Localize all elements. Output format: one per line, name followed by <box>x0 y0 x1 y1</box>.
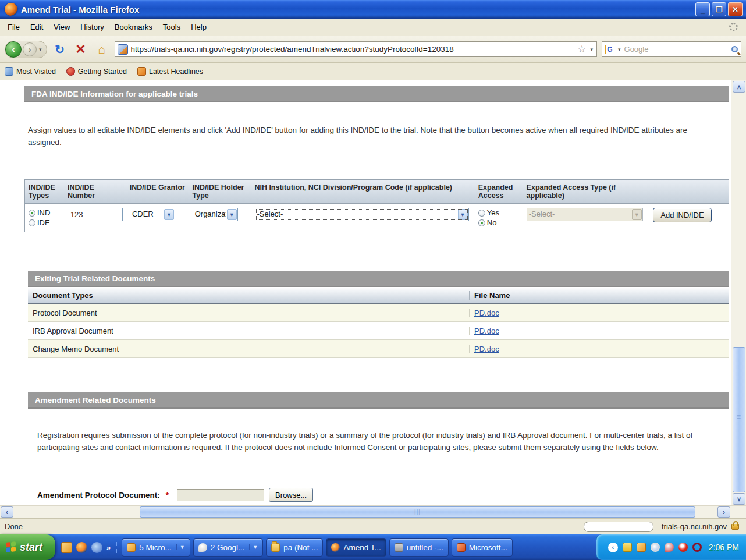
back-button[interactable]: ‹ <box>5 41 22 58</box>
minimize-button[interactable]: _ <box>695 2 710 16</box>
radio-no-icon[interactable] <box>478 219 485 226</box>
tray-reminder-icon[interactable] <box>637 543 646 552</box>
menu-edit[interactable]: Edit <box>25 20 48 34</box>
grantor-select[interactable]: CDER ▼ <box>130 208 175 221</box>
horizontal-scroll-thumb[interactable]: ||| <box>140 506 695 518</box>
tray-collapse-icon[interactable]: ‹ <box>608 543 618 552</box>
chevron-down-icon[interactable]: ▼ <box>249 544 258 550</box>
restore-button[interactable]: ❐ <box>712 2 726 16</box>
chevron-down-icon: ▼ <box>632 209 642 220</box>
col-header-holder-type: IND/IDE Holder Type <box>189 180 251 203</box>
vertical-scrollbar[interactable]: ∧ ∨ <box>731 80 746 505</box>
search-input[interactable] <box>624 45 729 54</box>
bookmark-most-visited[interactable]: Most Visited <box>5 67 56 76</box>
stop-button[interactable]: ✕ <box>73 42 89 57</box>
col-header-expanded-access: Expanded Access <box>475 180 523 203</box>
forward-button[interactable]: › <box>23 42 37 56</box>
url-bar[interactable]: ☆ ▾ <box>115 41 597 57</box>
url-input[interactable] <box>131 45 575 54</box>
url-dropdown-icon[interactable]: ▾ <box>589 47 594 52</box>
taskbar-button-untitled[interactable]: untitled -... <box>389 538 449 557</box>
document-type-cell: IRB Approval Document <box>28 327 469 335</box>
chevron-down-icon[interactable]: ▼ <box>458 209 468 220</box>
menu-file[interactable]: File <box>2 20 25 34</box>
taskbar: start » 5 Micro... ▼ 2 Googl... ▼ pa (No… <box>0 534 746 560</box>
window-title: Amend Trial - Mozilla Firefox <box>21 5 695 15</box>
reload-button[interactable]: ↻ <box>52 42 68 56</box>
radio-ide[interactable]: IDE <box>29 218 61 228</box>
expanded-access-type-select: -Select- ▼ <box>527 208 643 221</box>
chevron-down-icon[interactable]: ▼ <box>164 209 174 220</box>
section-header-exiting-documents: Exiting Trial Related Documents <box>28 271 729 287</box>
search-engine-dropdown-icon[interactable]: ▾ <box>617 47 622 52</box>
taskbar-button-microsoft-group[interactable]: 5 Micro... ▼ <box>122 538 190 557</box>
scroll-down-icon[interactable]: ∨ <box>733 493 745 505</box>
amendment-instructions: Registration requires submission of the … <box>37 430 715 454</box>
bookmark-star-icon[interactable]: ☆ <box>577 43 586 55</box>
taskbar-button-microsoft[interactable]: Microsoft... <box>452 538 513 557</box>
holder-type-select[interactable]: Organizat ▼ <box>193 208 238 221</box>
task-button-area: 5 Micro... ▼ 2 Googl... ▼ pa (Not ... Am… <box>117 538 596 557</box>
radio-ind-icon[interactable] <box>29 210 35 217</box>
menu-help[interactable]: Help <box>186 20 212 34</box>
search-bar[interactable]: G ▾ <box>602 41 741 57</box>
radio-ind[interactable]: IND <box>29 208 61 218</box>
radio-ide-icon[interactable] <box>29 219 35 226</box>
chevron-down-icon[interactable]: ▼ <box>176 544 185 550</box>
page-content: FDA IND/IDE Information for applicable t… <box>0 80 731 505</box>
quick-launch-outlook-icon[interactable] <box>61 542 72 553</box>
horizontal-scrollbar[interactable]: ‹ ||| › <box>0 505 746 518</box>
taskbar-button-google-group[interactable]: 2 Googl... ▼ <box>193 538 263 557</box>
close-button[interactable]: ✕ <box>728 2 743 16</box>
file-link[interactable]: PD.doc <box>474 345 499 353</box>
radio-yes-icon[interactable] <box>478 210 485 217</box>
file-link[interactable]: PD.doc <box>474 309 499 317</box>
quick-launch-overflow-icon[interactable]: » <box>106 543 111 552</box>
section-header-amendment-documents: Amendment Related Documents <box>28 392 729 409</box>
quick-launch-firefox-icon[interactable] <box>76 542 87 553</box>
bookmark-getting-started[interactable]: Getting Started <box>66 67 127 76</box>
google-engine-icon[interactable]: G <box>605 45 614 54</box>
quick-launch-browser-icon[interactable] <box>91 542 102 553</box>
file-link[interactable]: PD.doc <box>474 327 499 335</box>
start-button[interactable]: start <box>0 534 55 560</box>
tray-messenger-icon[interactable] <box>665 543 674 552</box>
tray-mail-icon[interactable] <box>623 543 632 552</box>
radio-expanded-access-yes[interactable]: Yes <box>478 208 520 218</box>
status-bar: Done trials-qa.nci.nih.gov <box>0 518 746 534</box>
tray-misc-icon[interactable] <box>692 543 702 552</box>
scroll-right-icon[interactable]: › <box>717 506 730 518</box>
status-progress-panel <box>584 522 653 532</box>
nih-institution-select[interactable]: -Select- ▼ <box>255 208 469 221</box>
menu-view[interactable]: View <box>48 20 75 34</box>
radio-expanded-access-no[interactable]: No <box>478 218 520 228</box>
amendment-protocol-file-input[interactable] <box>177 489 264 501</box>
lock-icon[interactable] <box>731 524 739 530</box>
taskbar-button-folder[interactable]: pa (Not ... <box>266 538 323 557</box>
menu-bookmarks[interactable]: Bookmarks <box>109 20 158 34</box>
scroll-left-icon[interactable]: ‹ <box>1 506 13 518</box>
menu-history[interactable]: History <box>75 20 109 34</box>
menu-tools[interactable]: Tools <box>158 20 186 34</box>
tray-antivirus-icon[interactable] <box>678 543 688 552</box>
firefox-app-icon <box>5 3 17 16</box>
ind-ide-number-input[interactable] <box>68 208 123 221</box>
chevron-down-icon[interactable]: ▼ <box>227 209 237 220</box>
taskbar-clock[interactable]: 2:06 PM <box>709 543 739 552</box>
vertical-scroll-thumb[interactable] <box>733 347 745 492</box>
throbber-icon <box>729 23 738 31</box>
scroll-up-icon[interactable]: ∧ <box>733 81 745 93</box>
documents-table-header: Document Types File Name <box>28 288 729 304</box>
home-button[interactable]: ⌂ <box>94 42 110 56</box>
taskbar-button-amend-trial[interactable]: Amend T... <box>326 538 386 557</box>
system-tray: ‹ 2:06 PM <box>596 534 746 560</box>
quick-launch-bar: » <box>55 542 117 553</box>
ind-ide-form-table: IND/IDE Types IND/IDE Number IND/IDE Gra… <box>24 179 729 232</box>
history-dropdown-icon[interactable]: ▾ <box>38 47 43 52</box>
search-go-icon[interactable] <box>731 46 738 52</box>
ind-ide-instructions: Assign values to all editable IND/IDE el… <box>28 125 722 149</box>
tray-search-icon[interactable] <box>651 543 660 552</box>
bookmark-latest-headlines[interactable]: Latest Headlines <box>137 67 203 76</box>
browse-button[interactable]: Browse... <box>269 488 313 502</box>
add-ind-ide-button[interactable]: Add IND/IDE <box>653 208 711 222</box>
